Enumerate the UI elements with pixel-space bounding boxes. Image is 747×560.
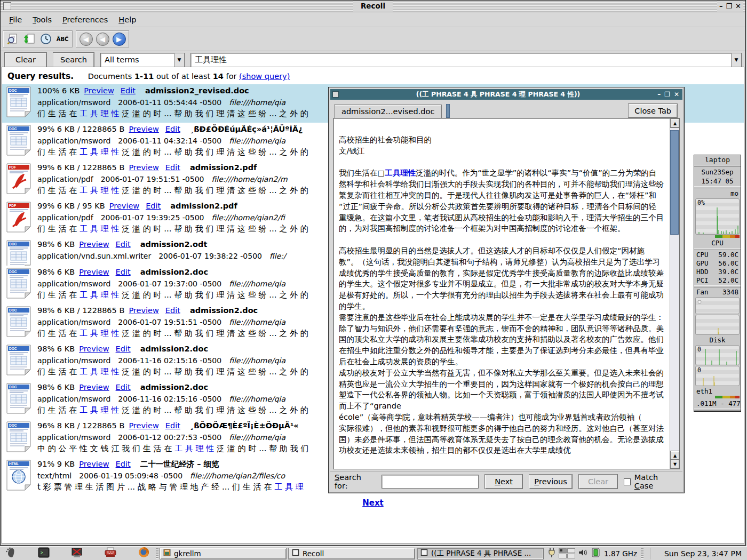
volume-icon[interactable] [578, 548, 589, 559]
preview-link[interactable]: Preview [79, 345, 109, 353]
maximize-icon[interactable]: ❐ [726, 2, 732, 10]
preview-link[interactable]: Preview [129, 125, 158, 133]
firefox-icon[interactable] [138, 547, 149, 560]
menu-preferences[interactable]: Preferences [57, 14, 113, 26]
result-title: ¸ßÕÐÖÆ¶È£ºÏ¡È±ÖÐµÄ¹« [190, 421, 299, 430]
panel-handle[interactable] [156, 548, 158, 559]
html-file-icon[interactable]: HTML [6, 460, 31, 492]
chevron-down-icon[interactable]: ▼ [174, 53, 184, 67]
find-previous-button[interactable]: Previous [529, 474, 573, 489]
typewriter-icon[interactable] [104, 547, 117, 560]
find-next-button[interactable]: Next [484, 474, 523, 489]
edit-link[interactable]: Edit [121, 86, 136, 95]
document-history-icon[interactable] [38, 32, 53, 46]
menu-file[interactable]: File [4, 14, 27, 26]
taskbar-clock[interactable]: Sun Sep 23, 3:47 PM [650, 548, 747, 559]
cpu-frequency-icon[interactable] [591, 547, 600, 560]
gnome-menu-icon[interactable] [5, 547, 17, 560]
preview-link[interactable]: Preview [84, 86, 114, 95]
result-score-size: 99% 6 KB / 1228865 B [37, 125, 124, 133]
doc-file-icon[interactable]: DOC [6, 86, 31, 119]
scroll-down-icon[interactable]: ▼ [670, 459, 680, 469]
term-explorer-icon[interactable]: ÅBĈ [55, 32, 70, 46]
pdf-file-icon[interactable]: PDF [6, 163, 31, 196]
minimize-icon[interactable]: – [719, 2, 723, 10]
maximize-icon[interactable]: ❐ [664, 91, 670, 98]
scrollbar-thumb[interactable] [670, 130, 679, 235]
preview-link[interactable]: Preview [129, 163, 158, 172]
close-tab-button[interactable]: Close Tab [628, 103, 678, 118]
menu-help[interactable]: Help [113, 14, 141, 26]
clear-button[interactable]: Clear [4, 52, 47, 68]
close-icon[interactable]: ✕ [674, 91, 679, 98]
search-button[interactable]: Search [53, 52, 94, 68]
fan-label: Fan [696, 288, 709, 297]
preview-window-menu-button[interactable] [332, 91, 339, 98]
preview-link[interactable]: Preview [129, 306, 158, 315]
edit-link[interactable]: Edit [116, 383, 131, 391]
chevron-down-icon[interactable]: ▼ [731, 53, 741, 67]
search-mode-select[interactable]: All terms ▼ [100, 53, 185, 67]
edit-link[interactable]: Edit [146, 202, 161, 210]
window-titlebar[interactable]: Recoll – ❐ ✕ [1, 1, 745, 12]
edit-link[interactable]: Edit [116, 345, 131, 353]
toolbar: ÅBĈ ◀ ◀ ▶ [1, 27, 745, 51]
window-menu-button[interactable] [3, 2, 11, 10]
taskbar-window-button[interactable]: Recoll [288, 548, 415, 559]
advanced-search-icon[interactable] [5, 32, 20, 46]
taskbar-window-button[interactable]: ((工 PHRASE 4 具 PHRASE ... [417, 548, 544, 559]
result-url: file:///home/qia [229, 356, 285, 365]
edit-link[interactable]: Edit [165, 163, 180, 172]
fan-row: Fan 3348 [694, 288, 741, 297]
workspace-switcher[interactable] [559, 548, 575, 558]
taskbar-window-label: gkrellm [174, 549, 201, 558]
preview-titlebar[interactable]: ((工 PHRASE 4 具 PHRASE 4 理 PHRASE 4 性)) –… [330, 89, 682, 100]
doc-file-icon[interactable]: DOC [6, 383, 31, 415]
preview-link[interactable]: Preview [79, 268, 109, 276]
sort-parameters-icon[interactable] [22, 32, 37, 46]
pdf-file-icon[interactable]: PDF [6, 202, 31, 234]
date-label: Sun23Sep [694, 167, 741, 177]
preview-tabbar: admission2...evised.doc Close Tab [333, 103, 680, 118]
preview-link[interactable]: Preview [109, 202, 139, 210]
match-case-checkbox[interactable] [624, 478, 631, 485]
doc-file-icon[interactable]: DOC [6, 306, 31, 339]
close-icon[interactable]: ✕ [735, 2, 741, 10]
tray-handle[interactable] [641, 548, 643, 559]
search-input[interactable]: 工具理性 ▼ [190, 53, 742, 67]
edit-link[interactable]: Edit [116, 268, 131, 276]
preview-link[interactable]: Preview [79, 383, 109, 391]
preview-link[interactable]: Preview [129, 421, 158, 430]
next-page-link[interactable]: Next [362, 498, 384, 508]
scroll-up-icon[interactable]: ▲ [670, 118, 680, 128]
preview-scrollbar[interactable]: ▲ ▲ ▼ [670, 118, 679, 469]
display-lock-icon[interactable] [71, 547, 83, 560]
preview-link[interactable]: Preview [79, 460, 109, 468]
edit-link[interactable]: Edit [165, 421, 180, 430]
back-alt-icon[interactable]: ◀ [95, 32, 110, 46]
show-query-link[interactable]: (show query) [239, 72, 290, 81]
find-clear-button[interactable]: Clear [578, 474, 618, 489]
doc-file-icon[interactable]: DOC [6, 268, 31, 300]
terminal-icon[interactable]: >_ [38, 547, 50, 560]
minimize-icon[interactable]: – [657, 91, 661, 98]
gkrellm-panel[interactable]: laptop Sun23Sep 15:47 05 mo 0% CPU [694, 155, 741, 412]
back-icon[interactable]: ◀ [78, 32, 93, 46]
edit-link[interactable]: Edit [116, 460, 131, 468]
doc-file-icon[interactable]: DOC [6, 240, 31, 266]
doc-file-icon[interactable]: DOC [6, 125, 31, 157]
menu-tools[interactable]: Tools [27, 14, 57, 26]
preview-link[interactable]: Preview [79, 240, 109, 249]
preview-document-text[interactable]: 高校招生的社会功能和目的 文/钱江我们生活在□工具理性泛滥的时代。作为“世之显学… [333, 118, 670, 469]
edit-link[interactable]: Edit [165, 125, 180, 133]
results-header: Query results. Documents 1-11 out of at … [2, 67, 744, 84]
forward-icon[interactable]: ▶ [112, 32, 126, 46]
edit-link[interactable]: Edit [116, 240, 131, 249]
power-plug-icon[interactable] [547, 547, 556, 560]
find-input[interactable] [382, 475, 479, 489]
taskbar-window-button[interactable]: gkrellm [160, 548, 287, 559]
doc-file-icon[interactable]: DOC [6, 421, 31, 454]
doc-file-icon[interactable]: DOC [6, 345, 31, 377]
edit-link[interactable]: Edit [165, 306, 180, 315]
preview-tab[interactable]: admission2...evised.doc [334, 105, 442, 118]
